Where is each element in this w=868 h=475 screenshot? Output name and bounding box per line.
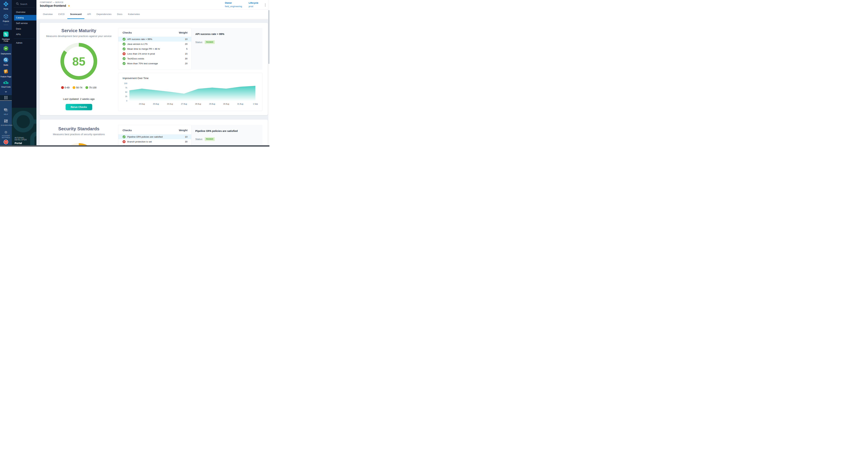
check-label: Less than 1% error in prod [127, 53, 181, 55]
rerun-checks-button[interactable]: Rerun Checks [66, 104, 92, 110]
check-weight: 15 [181, 53, 187, 55]
kebab-menu-icon[interactable] [264, 3, 267, 8]
module-rail: Home Projects Developer Portal ∞Deployme… [0, 0, 12, 147]
check-label: Branch protection is set [127, 140, 181, 143]
check-weight: 5 [181, 48, 187, 50]
maturity-summary: Service Maturity Measures development be… [39, 23, 118, 115]
brand-name: Portal [14, 142, 22, 145]
sidenav-item-admin[interactable]: Admin [12, 40, 36, 46]
owner-value-link[interactable]: field_engineering [225, 5, 242, 8]
rail-item-label: Projects [3, 20, 9, 22]
sidenav-item-catalog[interactable]: Catalog [14, 15, 36, 21]
cloud-icon: $ [3, 80, 9, 85]
svg-text:29 Aug: 29 Aug [209, 103, 215, 105]
portal-brand-panel: INTERNAL DEVELOPER Portal [12, 108, 36, 147]
rail-item-account-settings[interactable]: ⚙ACCOUNT SETTINGS [0, 130, 12, 139]
svg-text:$: $ [5, 81, 6, 84]
check-weight: 10 [181, 136, 187, 138]
svg-text:25: 25 [125, 95, 127, 97]
check-fail-icon [123, 140, 125, 143]
svg-text:50: 50 [125, 91, 127, 93]
legend-item: 75-100 [85, 86, 96, 89]
dashboards-icon [4, 120, 8, 124]
scorecard-content: Service Maturity Measures development be… [36, 19, 270, 147]
portal-sidenav: Search OverviewCatalogSelf serviceDocsAP… [12, 0, 36, 147]
sidenav-item-apis[interactable]: APIs [12, 32, 36, 37]
sidenav-item-docs[interactable]: Docs [12, 26, 36, 32]
rail-item-feature-flags[interactable]: Feature Flags [0, 68, 12, 78]
rail-item-builds[interactable]: Builds [0, 57, 12, 66]
last-updated-text: Last Updated: 2 weeks ago [39, 97, 118, 100]
circuit-pattern-decoration [12, 108, 36, 147]
rail-item-projects[interactable]: Projects [0, 14, 12, 22]
sidenav-search[interactable]: Search [12, 0, 36, 7]
rail-item-help[interactable]: ?HELP [0, 108, 12, 115]
score-legend: 0-4950-7475-100 [39, 86, 118, 89]
check-pass-icon [123, 57, 125, 60]
check-label: TechDocs exists [127, 57, 181, 60]
scrollbar-thumb[interactable] [268, 10, 270, 64]
sidenav-item-overview[interactable]: Overview [12, 9, 36, 15]
legend-dot [72, 86, 75, 89]
sidenav-divider [13, 38, 35, 39]
sidenav-item-self-service[interactable]: Self service [12, 21, 36, 26]
check-row[interactable]: API success rate > 99% 10 [118, 37, 191, 41]
security-check-detail-panel: Pipeline OPA policies are satisfied Stat… [191, 125, 262, 147]
svg-text:30 Aug: 30 Aug [223, 103, 229, 105]
legend-label: 50-74 [76, 86, 82, 89]
svg-text:75: 75 [125, 87, 127, 89]
tab-kubernetes[interactable]: Kubernetes [125, 9, 143, 19]
check-weight: 30 [181, 57, 187, 60]
rail-item-developer-portal[interactable]: Developer Portal [0, 32, 12, 42]
check-row[interactable]: Java version is LTS 20 [118, 41, 191, 47]
check-weight: 20 [181, 62, 187, 65]
tab-overview[interactable]: Overview [40, 9, 55, 19]
status-badge: PASSED [205, 137, 215, 141]
tab-ci-cd[interactable]: CI/CD [55, 9, 67, 19]
improvement-area-chart: 100755025024 Aug25 Aug26 Aug27 Aug28 Aug… [120, 82, 261, 107]
check-row[interactable]: More than 70% test coverage 20 [118, 61, 191, 66]
weight-column-header: Weight [179, 129, 187, 132]
rail-item-home[interactable]: Home [0, 1, 12, 10]
entity-header: COMPONENT — SERVICE boutique-frontend ★ … [36, 0, 270, 9]
check-weight: 20 [181, 43, 187, 46]
check-row[interactable]: Less than 1% error in prod 15 [118, 51, 191, 56]
rail-item-deployments[interactable]: ∞Deployments [0, 46, 12, 55]
favorite-star-icon[interactable]: ★ [68, 4, 70, 7]
svg-text:100: 100 [124, 82, 127, 84]
idp-scorecard-screen: Home Projects Developer Portal ∞Deployme… [0, 0, 270, 147]
search-label: Search [20, 3, 27, 5]
legend-dot [85, 86, 88, 89]
status-label: Status: [195, 41, 203, 43]
scorecard-title: Service Maturity [39, 28, 118, 33]
owner-label: Owner [225, 2, 242, 4]
user-avatar[interactable]: HM [4, 140, 8, 144]
check-detail-title: API success rate > 99% [191, 28, 262, 35]
harness-logo-icon [3, 1, 8, 7]
tab-docs[interactable]: Docs [114, 9, 125, 19]
check-row[interactable]: TechDocs exists 30 [118, 56, 191, 61]
developer-portal-icon [3, 32, 8, 37]
security-summary: Security Standards Measures best practic… [39, 120, 118, 147]
module-grid-icon[interactable] [0, 95, 12, 100]
brand-eyebrow: INTERNAL DEVELOPER [14, 137, 36, 141]
deployments-icon: ∞ [3, 46, 9, 52]
check-row[interactable]: Pipeline OPA policies are satisfied 10 [118, 134, 191, 139]
entity-tabs: OverviewCI/CDScorecardAPIDependenciesDoc… [36, 9, 270, 19]
check-row[interactable]: Branch protection is set 30 [118, 139, 191, 144]
check-fail-icon [123, 52, 125, 55]
rail-item-dashboards[interactable]: DASHBOARDS [0, 120, 12, 126]
tab-scorecard[interactable]: Scorecard [67, 9, 84, 19]
rail-item-cloud-costs[interactable]: $Cloud Costs [0, 80, 12, 88]
check-pass-icon [123, 42, 125, 46]
rail-bottom-items: ?HELPDASHBOARDS⚙ACCOUNT SETTINGS [0, 100, 12, 139]
check-row[interactable]: Mean time to merge PR < 48 hr 5 [118, 47, 191, 51]
scorecard-subtitle: Measures best practices of security oper… [39, 133, 118, 136]
tab-dependencies[interactable]: Dependencies [94, 9, 114, 19]
svg-text:0: 0 [126, 100, 127, 102]
check-detail-title: Pipeline OPA policies are satisfied [191, 125, 262, 132]
tab-api[interactable]: API [84, 9, 94, 19]
rail-divider [4, 25, 8, 25]
chevron-down-icon[interactable] [0, 90, 12, 94]
svg-text:27 Aug: 27 Aug [181, 103, 187, 105]
